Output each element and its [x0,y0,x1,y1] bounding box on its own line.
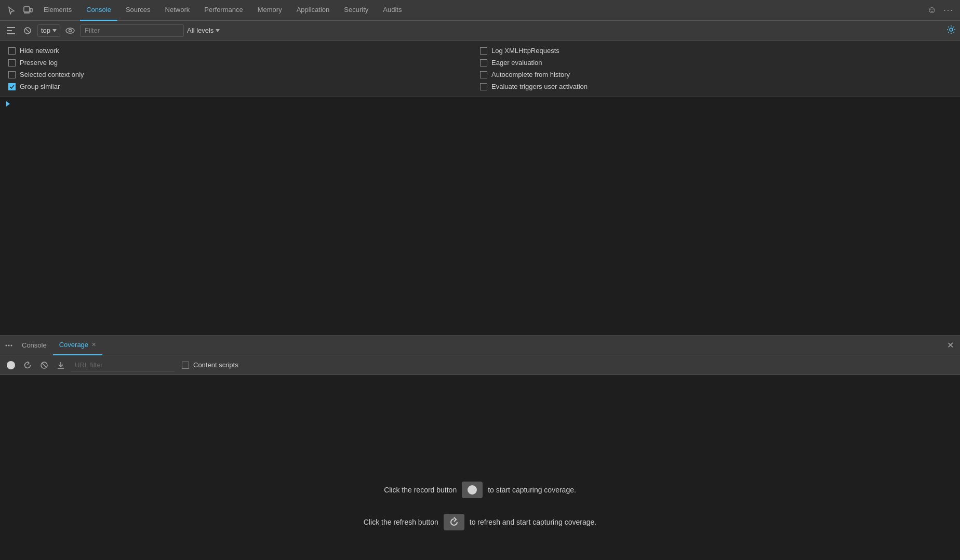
checkbox-selected-context-box[interactable] [8,71,16,78]
cursor-icon[interactable] [4,3,19,18]
content-scripts-checkbox-box[interactable] [182,362,189,369]
checkbox-evaluate-triggers-box[interactable] [480,83,487,90]
svg-rect-4 [7,30,12,31]
checkbox-selected-context[interactable]: Selected context only [8,69,480,81]
checkbox-hide-network-box[interactable] [8,47,16,55]
device-icon[interactable] [21,3,35,18]
panel-close-button[interactable]: ✕ [943,340,958,350]
checkbox-log-xmlhttp[interactable]: Log XMLHttpRequests [480,45,952,57]
bottom-tabs-bar: Console Coverage ✕ ✕ [0,336,960,355]
checkbox-eager-evaluation-box[interactable] [480,59,487,66]
tab-elements[interactable]: Elements [37,0,78,21]
svg-line-7 [25,29,30,33]
drawer-toggle-button[interactable] [4,24,18,37]
tab-console[interactable]: Console [80,0,117,21]
bottom-panel: Console Coverage ✕ ✕ [0,336,960,560]
record-circle-icon [7,361,15,369]
svg-rect-3 [7,27,15,28]
clear-coverage-button[interactable] [37,358,51,372]
url-filter-input[interactable] [71,359,175,371]
bottom-tab-coverage[interactable]: Coverage ✕ [53,336,102,355]
tab-network[interactable]: Network [159,0,196,21]
inline-record-circle-icon [468,485,477,495]
svg-rect-0 [24,7,30,12]
coverage-toolbar: Content scripts [0,355,960,375]
download-button[interactable] [54,358,68,372]
checkbox-preserve-log[interactable]: Preserve log [8,57,480,69]
drawer-more-button[interactable] [2,339,16,352]
svg-point-10 [950,28,953,31]
tab-application[interactable]: Application [290,0,336,21]
console-toolbar: top All levels [0,21,960,41]
svg-rect-1 [30,8,32,12]
svg-line-15 [42,363,46,367]
coverage-tab-close-button[interactable]: ✕ [91,342,96,348]
checkbox-evaluate-triggers[interactable]: Evaluate triggers user activation [480,81,952,92]
clear-console-button[interactable] [21,24,34,37]
checkboxes-area: Hide network Preserve log Selected conte… [0,41,960,97]
filter-input[interactable] [80,24,184,37]
svg-point-12 [8,344,10,346]
context-selector[interactable]: top [37,24,60,37]
svg-point-11 [6,344,7,346]
settings-icon[interactable] [946,25,956,36]
svg-rect-5 [7,33,15,34]
tab-audits[interactable]: Audits [377,0,408,21]
refresh-instruction: Click the refresh button to refresh and … [364,514,596,530]
coverage-content: Click the record button to start capturi… [0,375,960,560]
checkbox-autocomplete-box[interactable] [480,71,487,78]
refresh-coverage-button[interactable] [21,358,34,372]
more-options-icon[interactable]: ··· [941,3,956,18]
checkbox-group-similar-box[interactable] [8,83,16,90]
tab-security[interactable]: Security [338,0,375,21]
content-scripts-checkbox-row[interactable]: Content scripts [182,359,238,371]
tab-memory[interactable]: Memory [251,0,288,21]
checkbox-eager-evaluation[interactable]: Eager evaluation [480,57,952,69]
eye-icon[interactable] [63,24,77,37]
svg-point-8 [66,28,74,33]
checkbox-autocomplete[interactable]: Autocomplete from history [480,69,952,81]
console-main [0,97,960,336]
inline-refresh-button [444,514,464,530]
checkbox-log-xmlhttp-box[interactable] [480,47,487,55]
svg-point-9 [69,29,72,32]
inline-record-button [462,482,483,498]
top-nav: Elements Console Sources Network Perform… [0,0,960,21]
svg-point-13 [11,344,12,346]
checkbox-hide-network[interactable]: Hide network [8,45,480,57]
record-button[interactable] [4,358,18,372]
levels-dropdown[interactable]: All levels [187,26,220,34]
tab-sources[interactable]: Sources [119,0,157,21]
bottom-tab-console[interactable]: Console [16,336,53,355]
emoji-icon[interactable]: ☺ [925,3,939,18]
chevron-right-icon [6,101,10,106]
record-instruction: Click the record button to start capturi… [384,482,576,498]
console-prompt[interactable] [2,99,958,109]
checkbox-preserve-log-box[interactable] [8,59,16,66]
tab-performance[interactable]: Performance [198,0,249,21]
checkbox-group-similar[interactable]: Group similar [8,81,480,92]
